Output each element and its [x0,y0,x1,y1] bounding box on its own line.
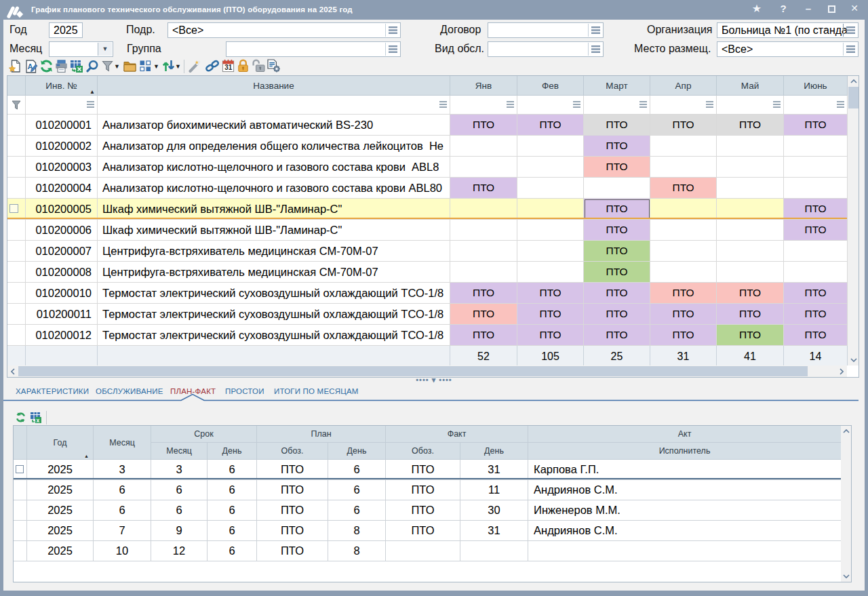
svg-text:x: x [37,417,40,424]
svg-text:31: 31 [224,64,233,71]
